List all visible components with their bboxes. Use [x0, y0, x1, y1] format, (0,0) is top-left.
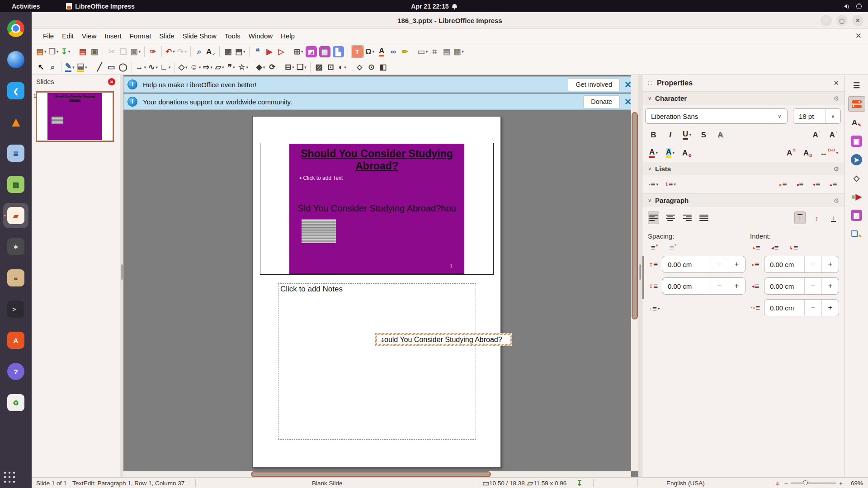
infobar-close-icon[interactable]: ✕: [622, 80, 631, 90]
align-bottom-button[interactable]: ↓: [828, 211, 839, 224]
indent-after-increase-button[interactable]: +: [821, 278, 839, 294]
first-line-indent-increase-button[interactable]: +: [821, 300, 839, 316]
show-draw-functions-button[interactable]: ✏: [400, 45, 411, 58]
paste-button-dropdown-icon[interactable]: ▾: [138, 49, 141, 54]
dock-terminal[interactable]: >_: [3, 296, 28, 322]
find-replace-button[interactable]: ⌕: [193, 45, 205, 58]
decrease-indent-button[interactable]: ◂≡: [769, 241, 781, 254]
basic-shapes-toolbar-button[interactable]: ▭▾: [417, 45, 429, 58]
lines-arrows-tool[interactable]: →▾: [135, 61, 147, 74]
highlight-color-button[interactable]: A▾: [665, 146, 676, 159]
font-name-combobox[interactable]: Liberation Sans ∨: [645, 108, 788, 124]
slide-layout-button[interactable]: ▦▾: [453, 45, 465, 58]
slide-preview[interactable]: Should You Consider Studying Abroad? Cli…: [289, 144, 464, 274]
callouts-tool-dropdown-icon[interactable]: ▾: [233, 65, 235, 70]
crop-image-button[interactable]: ⊡: [325, 61, 336, 74]
underline-button-dropdown-icon[interactable]: ▾: [689, 132, 691, 137]
arrange-button[interactable]: ❏▾: [296, 61, 307, 74]
indent-after-spinbox[interactable]: 0.00 cm − +: [764, 277, 839, 295]
demote-button[interactable]: ▸≡: [778, 178, 789, 191]
curves-polygons-tool-dropdown-icon[interactable]: ▾: [156, 65, 158, 70]
undo-button-dropdown-icon[interactable]: ▾: [173, 49, 175, 54]
first-line-indent-decrease-button[interactable]: −: [804, 300, 821, 316]
fill-color-button-dropdown-icon[interactable]: ▾: [85, 65, 87, 70]
menu-edit[interactable]: Edit: [58, 32, 78, 40]
align-center-button[interactable]: [665, 211, 676, 224]
increase-font-size-button[interactable]: A↑: [811, 128, 822, 141]
insert-textbox-button[interactable]: T: [351, 45, 364, 58]
slide-body-text[interactable]: Sld You Consider Studying Abroad?hou: [289, 203, 464, 214]
align-justify-button[interactable]: [698, 211, 709, 224]
special-character-button-dropdown-icon[interactable]: ▾: [373, 49, 375, 54]
spacing-above-spinbox[interactable]: 0.00 cm − +: [662, 256, 745, 273]
slide-thumbnail[interactable]: Should You Consider Studying Abroad?: [37, 92, 113, 141]
tab-shapes[interactable]: ◇: [848, 170, 865, 186]
unordered-list-button[interactable]: •≡▾: [648, 178, 659, 191]
glue-points-button[interactable]: ⊙: [366, 61, 377, 74]
font-name-dropdown-icon[interactable]: ∨: [772, 109, 787, 123]
align-left-button[interactable]: [648, 211, 659, 224]
dock-vlc[interactable]: ▲: [3, 109, 28, 135]
dock-chrome[interactable]: [3, 16, 28, 41]
insert-media-button[interactable]: ▦: [318, 45, 331, 58]
select-tool[interactable]: ↖: [35, 61, 47, 74]
image-filter-button-dropdown-icon[interactable]: ▾: [344, 65, 346, 70]
tab-navigator[interactable]: ➤: [848, 152, 865, 167]
block-arrows-tool[interactable]: ⇨▾: [202, 61, 213, 74]
menu-format[interactable]: Format: [126, 32, 156, 40]
export-pdf-button[interactable]: ▤: [77, 45, 88, 58]
maximize-button[interactable]: ▢: [836, 15, 848, 26]
spacing-below-increase-button[interactable]: +: [728, 278, 745, 294]
infobar-close-icon[interactable]: ✕: [622, 97, 631, 107]
align-vcenter-button[interactable]: ↕: [811, 211, 822, 224]
open-file-button[interactable]: ❐▾: [48, 45, 60, 58]
move-down-button[interactable]: ▾≡: [811, 178, 822, 191]
insert-hyperlink-button[interactable]: ∞: [388, 45, 399, 58]
slide-layout-button-dropdown-icon[interactable]: ▾: [462, 49, 464, 54]
first-line-indent-spinbox[interactable]: 0.00 cm − +: [764, 299, 839, 316]
start-current-slide-button[interactable]: ▷: [276, 45, 287, 58]
header-footer-button[interactable]: ▤: [441, 45, 452, 58]
close-document-button[interactable]: ✕: [855, 31, 862, 41]
unordered-list-button-dropdown-icon[interactable]: ▾: [656, 182, 658, 187]
hanging-indent-button[interactable]: ↳≡: [788, 241, 799, 254]
slide-title-text[interactable]: Should You Consider Studying Abroad?: [289, 148, 464, 172]
slide-content-placeholder[interactable]: Click to add Text: [299, 175, 343, 181]
insert-table-button[interactable]: ⊞▾: [293, 45, 304, 58]
zoom-level-status[interactable]: 69%: [851, 478, 863, 488]
character-section-header[interactable]: ∨ Character ⚙: [642, 91, 844, 105]
clock-button[interactable]: Apr 21 22:15: [411, 3, 457, 10]
character-spacing-button[interactable]: ↔B-D▾: [819, 146, 839, 159]
basic-shapes-toolbar-button-dropdown-icon[interactable]: ▾: [426, 49, 428, 54]
line-color-button-dropdown-icon[interactable]: ▾: [72, 65, 75, 70]
save-button[interactable]: ↧▾: [60, 45, 71, 58]
promote-button[interactable]: ◂≡: [794, 178, 806, 191]
menu-view[interactable]: View: [78, 32, 100, 40]
left-panel-splitter[interactable]: [120, 75, 123, 477]
tab-properties[interactable]: [848, 96, 865, 112]
notes-placeholder[interactable]: Click to add Notes: [278, 283, 476, 440]
ordered-list-button[interactable]: 1≡▾: [665, 178, 677, 191]
cut-button[interactable]: ✂: [106, 45, 117, 58]
flowchart-tool[interactable]: ▱▾: [214, 61, 225, 74]
insert-line-tool[interactable]: ╱: [94, 61, 105, 74]
paragraph-settings-gear-icon[interactable]: ⚙: [833, 197, 839, 204]
fill-color-button[interactable]: ⬓▾: [76, 61, 88, 74]
insert-table-button-dropdown-icon[interactable]: ▾: [301, 49, 303, 54]
tab-master-slides[interactable]: ❏✎: [848, 226, 865, 241]
strikethrough-button[interactable]: S: [698, 128, 709, 141]
horizontal-scrollbar[interactable]: [123, 471, 631, 477]
dock-browser-blue[interactable]: [3, 47, 28, 72]
character-settings-gear-icon[interactable]: ⚙: [833, 95, 839, 102]
vertical-scrollbar[interactable]: [631, 75, 638, 471]
slides-panel-close-button[interactable]: ✕: [108, 78, 115, 85]
line-spacing-button[interactable]: ↕≡▾: [649, 302, 660, 315]
selected-text[interactable]: ould You Consider Studying Abroad?: [377, 335, 510, 344]
spacing-above-increase-button[interactable]: +: [728, 256, 745, 272]
dock-trash[interactable]: ♻: [3, 390, 28, 415]
system-tray[interactable]: ): [842, 4, 862, 9]
tab-slide-transition[interactable]: ≣▶: [848, 189, 865, 204]
shadow-text-button[interactable]: A: [715, 128, 726, 141]
open-file-button-dropdown-icon[interactable]: ▾: [57, 49, 59, 54]
zoom-in-button[interactable]: +: [839, 478, 843, 488]
